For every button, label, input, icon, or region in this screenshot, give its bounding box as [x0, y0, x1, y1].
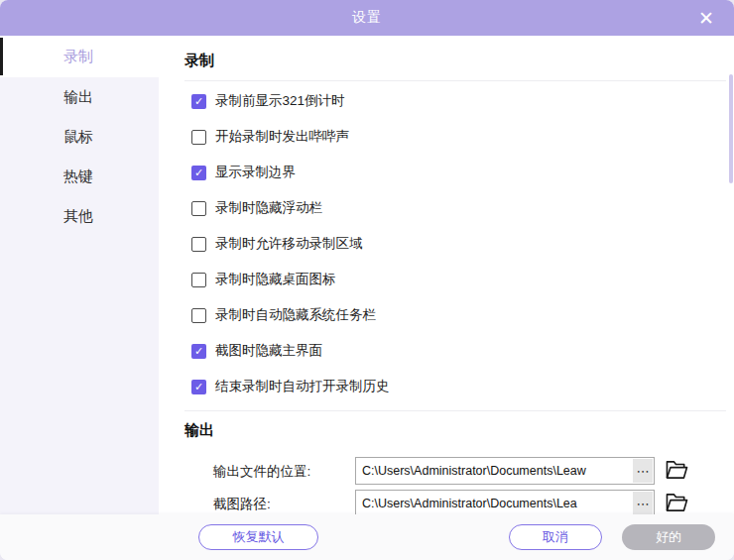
record-section-title: 录制 [184, 52, 734, 70]
checkbox[interactable] [191, 166, 206, 180]
checkbox[interactable] [191, 130, 206, 145]
option-label: 录制前显示321倒计时 [215, 92, 345, 110]
checkbox[interactable] [191, 273, 206, 287]
option-label: 结束录制时自动打开录制历史 [215, 378, 390, 395]
output-section-title: 输出 [184, 421, 734, 440]
option-label: 显示录制边界 [215, 164, 296, 181]
sidebar-item-label: 鼠标 [63, 128, 93, 147]
browse-more-button[interactable]: ⋯ [633, 459, 653, 483]
browse-more-button[interactable]: ⋯ [633, 492, 653, 515]
output-location-input[interactable] [356, 464, 633, 478]
restore-defaults-button[interactable]: 恢复默认 [198, 524, 318, 550]
checkbox[interactable] [191, 94, 206, 109]
checkbox[interactable] [191, 237, 206, 252]
checkbox[interactable] [191, 380, 206, 394]
option-label: 开始录制时发出哔哔声 [215, 128, 349, 146]
option-label: 录制时隐藏桌面图标 [215, 271, 336, 288]
sidebar-item-record[interactable]: 录制 [0, 36, 159, 77]
divider [184, 80, 726, 81]
sidebar-item-label: 录制 [63, 48, 93, 66]
output-location-label: 输出文件的位置: [213, 463, 310, 481]
option-hide-taskbar[interactable]: 录制时自动隐藏系统任务栏 [159, 297, 734, 333]
option-move-region[interactable]: 录制时允许移动录制区域 [159, 226, 734, 262]
close-icon[interactable]: ✕ [688, 0, 724, 36]
option-hide-main-ui[interactable]: 截图时隐藏主界面 [159, 333, 734, 369]
sidebar-item-mouse[interactable]: 鼠标 [0, 117, 159, 157]
screenshot-path-input[interactable] [356, 497, 633, 510]
option-countdown[interactable]: 录制前显示321倒计时 [159, 83, 734, 119]
open-folder-icon[interactable] [665, 492, 688, 515]
sidebar-item-output[interactable]: 输出 [0, 77, 159, 117]
sidebar: 录制 输出 鼠标 热键 其他 [0, 36, 159, 514]
option-boundary[interactable]: 显示录制边界 [159, 155, 734, 190]
dialog-title: 设置 [352, 9, 382, 27]
option-hide-desktop-icons[interactable]: 录制时隐藏桌面图标 [159, 262, 734, 297]
sidebar-item-other[interactable]: 其他 [0, 196, 159, 236]
option-hide-floatbar[interactable]: 录制时隐藏浮动栏 [159, 190, 734, 226]
settings-dialog: 设置 ✕ 录制 输出 鼠标 热键 其他 录制 录制前显示321倒计时 [0, 0, 734, 560]
record-options: 录制前显示321倒计时 开始录制时发出哔哔声 显示录制边界 录制时隐藏浮动栏 录… [159, 83, 734, 404]
ok-button[interactable]: 好的 [622, 524, 715, 550]
checkbox[interactable] [191, 201, 206, 216]
output-location-row: 输出文件的位置: ⋯ [159, 455, 734, 488]
open-folder-icon[interactable] [665, 459, 688, 483]
sidebar-item-label: 其他 [63, 207, 93, 226]
checkbox[interactable] [191, 344, 206, 359]
scrollbar-thumb[interactable] [729, 74, 733, 183]
option-label: 录制时允许移动录制区域 [215, 235, 363, 253]
option-beep[interactable]: 开始录制时发出哔哔声 [159, 119, 734, 155]
divider [184, 410, 726, 411]
sidebar-item-hotkeys[interactable]: 热键 [0, 157, 159, 196]
screenshot-path-field: ⋯ [355, 490, 655, 517]
checkbox[interactable] [191, 308, 206, 323]
settings-content: 录制 录制前显示321倒计时 开始录制时发出哔哔声 显示录制边界 录制时隐藏浮动… [159, 36, 734, 514]
sidebar-item-label: 输出 [63, 88, 93, 107]
output-location-field: ⋯ [355, 457, 655, 485]
option-open-history[interactable]: 结束录制时自动打开录制历史 [159, 369, 734, 404]
footer: 恢复默认 取消 好的 [0, 514, 734, 560]
sidebar-item-label: 热键 [63, 168, 93, 186]
option-label: 截图时隐藏主界面 [215, 342, 322, 360]
option-label: 录制时自动隐藏系统任务栏 [215, 306, 376, 324]
option-label: 录制时隐藏浮动栏 [215, 199, 322, 217]
cancel-button[interactable]: 取消 [509, 524, 602, 550]
screenshot-path-label: 截图路径: [213, 496, 271, 513]
titlebar: 设置 ✕ [0, 0, 734, 36]
